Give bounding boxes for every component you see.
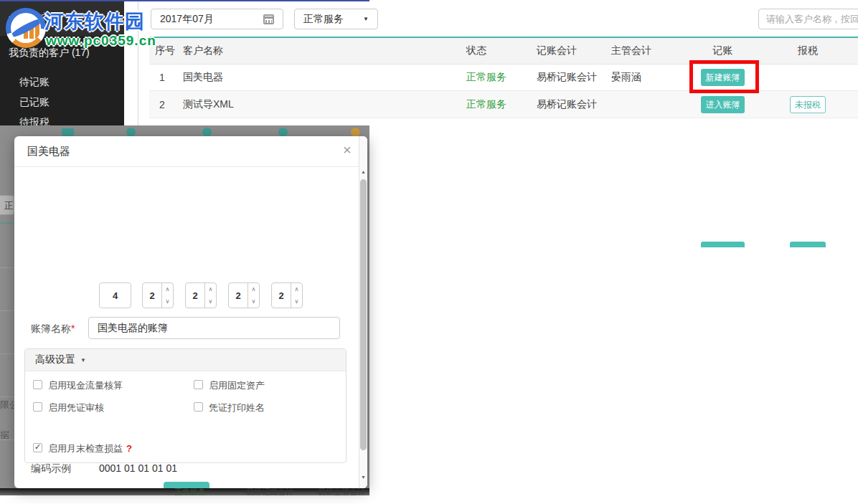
dimmed-select-text: 正 — [4, 199, 14, 212]
help-icon[interactable]: ? — [126, 443, 132, 454]
calendar-icon — [263, 14, 274, 24]
spinner-down-icon[interactable]: ∨ — [291, 295, 302, 308]
dimmed-row-line — [0, 310, 14, 311]
modal-scrollbar[interactable]: ▲ ▼ — [359, 136, 367, 488]
dimmed-row-line — [0, 396, 14, 397]
sidebar-item-pending-bookkeeping[interactable]: 待记账 — [19, 75, 50, 89]
book-name-value: 国美电器的账簿 — [98, 322, 168, 335]
month-end-check-checkbox[interactable] — [33, 443, 42, 452]
col-status: 状态 — [466, 44, 486, 57]
tax-not-filed-button[interactable]: 未报税 — [790, 96, 826, 113]
chevron-down-icon: ▼ — [80, 357, 86, 363]
status-filter-value: 正常服务 — [303, 13, 344, 26]
dimmed-table-border — [0, 222, 14, 224]
month-picker[interactable]: 2017年07月 — [151, 9, 283, 29]
dimmed-data-text: 据 — [0, 429, 9, 442]
sidebar-item-booked[interactable]: 已记账 — [19, 95, 50, 109]
col-client-name: 客户名称 — [183, 44, 223, 57]
status-badge: 正常服务 — [466, 98, 506, 111]
col-ledger: 记账 — [701, 44, 745, 57]
dimmed-bottom-row: 正常服务 易桥记账会计 易桥主管会计 — [0, 488, 369, 495]
new-ledger-modal: 国美电器 × 账簿名称* 国美电器的账簿 会计制度* ----请先选择会计准则-… — [14, 136, 367, 488]
status-filter-select[interactable]: 正常服务 ▼ — [294, 9, 378, 29]
tax-button-partial[interactable] — [790, 242, 826, 247]
app-screen: 全部客户 我负责的客户 (17) 待记账 已记账 待报税 2017年07月 正常… — [0, 0, 858, 504]
row-index: 2 — [159, 99, 165, 110]
spinner-up-icon[interactable]: ∧ — [162, 283, 173, 295]
sidebar: 全部客户 我负责的客户 (17) 待记账 已记账 待报税 — [0, 1, 124, 125]
print-name-checkbox[interactable] — [194, 402, 203, 412]
col-bookkeeper: 记账会计 — [537, 44, 577, 57]
dimmed-row-line — [0, 353, 14, 354]
close-icon[interactable]: × — [343, 142, 352, 158]
sidebar-section-title: 我负责的客户 (17) — [9, 47, 90, 60]
sidebar-item-pending-tax[interactable]: 待报税 — [19, 115, 50, 125]
spinner-down-icon[interactable]: ∨ — [162, 295, 173, 308]
dimmed-row-line — [0, 267, 14, 268]
code-segment-stepper[interactable]: 2 ∧∨ — [142, 282, 174, 308]
sidebar-divider — [138, 1, 138, 125]
col-tax: 报税 — [790, 44, 826, 57]
ledger-button-partial[interactable] — [701, 242, 745, 247]
enter-ledger-button[interactable]: 进入账簿 — [701, 96, 745, 113]
code-segment-stepper[interactable]: 2 ∧∨ — [271, 282, 303, 308]
scroll-up-icon[interactable]: ▲ — [359, 169, 367, 174]
voucher-review-label: 启用凭证审核 — [48, 401, 104, 414]
book-name-input[interactable]: 国美电器的账簿 — [88, 317, 340, 339]
dimmed-status-text: 正常服务 — [174, 488, 206, 495]
row-index: 1 — [159, 72, 165, 83]
fixed-assets-label: 启用固定资产 — [209, 379, 265, 392]
bookkeeper: 易桥记账会计 — [537, 71, 597, 84]
cashflow-checkbox[interactable] — [33, 380, 42, 389]
table-row: 2 测试导XML 正常服务 易桥记账会计 进入账簿 未报税 — [149, 91, 858, 118]
col-supervisor: 主管会计 — [611, 44, 651, 57]
spinner-up-icon[interactable]: ∧ — [248, 283, 259, 295]
advanced-settings-toggle[interactable]: 高级设置 ▼ — [25, 349, 346, 371]
print-name-label: 凭证打印姓名 — [209, 401, 265, 414]
sidebar-item-all-clients[interactable]: 全部客户 — [9, 11, 49, 24]
save-button-partial[interactable] — [164, 482, 209, 488]
bookkeeper: 易桥记账会计 — [537, 98, 597, 111]
spinner-up-icon[interactable]: ∧ — [205, 283, 216, 295]
col-index: 序号 — [155, 44, 175, 57]
client-name: 测试导XML — [183, 98, 234, 111]
spinner-up-icon[interactable]: ∧ — [291, 283, 302, 295]
spinner-down-icon[interactable]: ∨ — [205, 295, 216, 308]
client-name: 国美电器 — [183, 71, 223, 84]
search-input[interactable] — [758, 9, 858, 29]
code-segment-stepper[interactable]: 2 ∧∨ — [228, 282, 260, 308]
modal-title: 国美电器 — [27, 145, 70, 158]
cashflow-label: 启用现金流量核算 — [48, 379, 123, 392]
code-segment-input[interactable]: 4 — [99, 282, 131, 308]
nav-grid-icon — [62, 128, 74, 136]
scroll-down-icon[interactable]: ▼ — [359, 475, 367, 480]
chevron-down-icon: ▼ — [363, 16, 369, 22]
supervisor: 晏雨涵 — [611, 71, 641, 84]
book-name-label: 账簿名称* — [31, 323, 75, 336]
month-end-check-label: 启用月末检查损益? — [48, 442, 132, 455]
dimmed-select-fragment: 正 — [0, 195, 14, 215]
code-sample-value: 0001 01 01 01 01 — [99, 462, 177, 474]
fixed-assets-checkbox[interactable] — [194, 380, 203, 389]
dimmed-bookkeeper-text: 易桥记账会计 — [246, 488, 293, 495]
highlight-red-box — [689, 60, 759, 93]
month-picker-value: 2017年07月 — [160, 13, 214, 26]
voucher-review-checkbox[interactable] — [33, 402, 42, 412]
advanced-settings-panel: 高级设置 ▼ 启用现金流量核算 启用固定资产 启用凭证审核 凭证打印姓名 启用月… — [24, 348, 346, 463]
scrollbar-thumb[interactable] — [360, 179, 367, 450]
spinner-down-icon[interactable]: ∨ — [248, 295, 259, 308]
modal-title-divider — [14, 166, 367, 167]
code-segment-stepper[interactable]: 2 ∧∨ — [185, 282, 217, 308]
dimmed-supervisor-text: 易桥主管会计 — [318, 488, 365, 495]
advanced-settings-label: 高级设置 — [35, 353, 75, 366]
status-badge: 正常服务 — [466, 71, 506, 84]
code-sample-label: 编码示例 — [31, 462, 71, 475]
